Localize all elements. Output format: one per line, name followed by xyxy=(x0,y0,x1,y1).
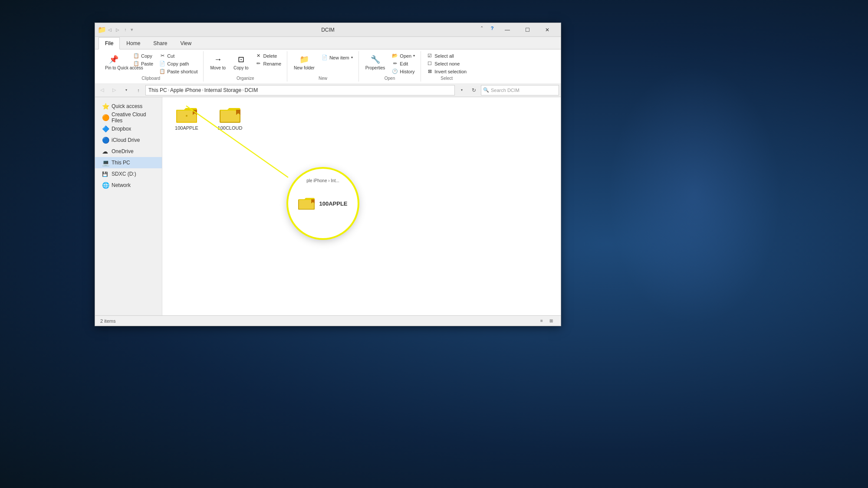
invert-selection-button[interactable]: ⊠ Invert selection xyxy=(424,68,469,75)
large-icons-view-button[interactable]: ⊞ xyxy=(547,317,556,325)
sidebar-item-onedrive[interactable]: ☁ OneDrive xyxy=(95,146,162,157)
history-button[interactable]: 🕐 History xyxy=(390,68,417,75)
properties-button[interactable]: 🔧 Properties xyxy=(362,52,388,72)
refresh-button[interactable]: ↻ xyxy=(469,85,479,95)
copy-to-button[interactable]: ⊡ Copy to xyxy=(230,52,251,72)
view-buttons: ≡ ⊞ xyxy=(537,317,556,325)
details-view-button[interactable]: ≡ xyxy=(537,317,546,325)
organize-group-label: Organize xyxy=(207,75,283,81)
qat-icon-back[interactable]: ◁ xyxy=(106,26,113,33)
tab-view[interactable]: View xyxy=(174,37,198,49)
crumb-internal-storage[interactable]: Internal Storage xyxy=(204,87,241,93)
back-button[interactable]: ◁ xyxy=(97,85,107,95)
new-item-button[interactable]: 📄 New item ▾ xyxy=(319,54,355,61)
creative-cloud-icon: 🟠 xyxy=(102,114,109,121)
crumb-dcim[interactable]: DCIM xyxy=(245,87,258,93)
quick-access-icon: ⭐ xyxy=(102,103,109,110)
folder-100cloud[interactable]: 100CLOUD xyxy=(213,104,247,133)
qat-icon-forward[interactable]: ▷ xyxy=(114,26,121,33)
maximize-btn[interactable]: ☐ xyxy=(517,23,537,37)
crumb-this-pc[interactable]: This PC xyxy=(148,87,167,93)
tab-share[interactable]: Share xyxy=(147,37,174,49)
select-none-button[interactable]: ☐ Select none xyxy=(424,60,469,67)
pin-label: Pin to Quick access xyxy=(105,66,122,71)
ribbon-group-select: ☑ Select all ☐ Select none ⊠ Invert sele… xyxy=(421,51,472,82)
explorer-window: 📁 ◁ ▷ ↑ ▾ DCIM ⌃ ? — ☐ ✕ File Home Share… xyxy=(95,23,561,326)
edit-icon: ✏ xyxy=(392,61,398,66)
ribbon-group-open: 🔧 Properties 📂 Open ▾ ✏ Edit 🕐 xyxy=(359,51,421,82)
sidebar-item-dropbox[interactable]: 🔷 Dropbox xyxy=(95,123,162,134)
move-icon: → xyxy=(212,53,224,66)
copy-path-icon: 📄 xyxy=(159,61,165,66)
move-to-button[interactable]: → Move to xyxy=(207,52,229,72)
qat-icon-up[interactable]: ↑ xyxy=(122,26,129,33)
minimize-btn[interactable]: — xyxy=(497,23,517,37)
address-dropdown-button[interactable]: ▾ xyxy=(457,85,467,95)
paste-shortcut-button[interactable]: 📋 Paste shortcut xyxy=(157,68,200,75)
invert-icon: ⊠ xyxy=(427,69,433,74)
folder-100apple-label: 100APPLE xyxy=(175,125,198,131)
qat-icon-folder[interactable]: 📁 xyxy=(99,26,105,33)
this-pc-icon: 💻 xyxy=(102,159,109,166)
delete-button[interactable]: ✕ Delete xyxy=(253,52,284,59)
svg-point-3 xyxy=(186,115,187,117)
sdxc-icon: 💾 xyxy=(102,171,109,177)
tab-file[interactable]: File xyxy=(99,37,120,49)
folder-100apple-icon xyxy=(176,106,197,124)
copy-path-button[interactable]: 📄 Copy path xyxy=(157,60,200,67)
sidebar-item-creative-cloud[interactable]: 🟠 Creative Cloud Files xyxy=(95,112,162,123)
up-button[interactable]: ↑ xyxy=(133,85,144,95)
status-bar: 2 items ≡ ⊞ xyxy=(95,315,561,326)
forward-button[interactable]: ▷ xyxy=(109,85,119,95)
sidebar-item-sdxc[interactable]: 💾 SDXC (D:) xyxy=(95,168,162,180)
select-all-button[interactable]: ☑ Select all xyxy=(424,52,469,59)
sidebar-item-icloud-drive[interactable]: 🔵 iCloud Drive xyxy=(95,134,162,146)
paste-shortcut-icon: 📋 xyxy=(159,69,165,74)
sidebar-label-creative-cloud: Creative Cloud Files xyxy=(112,111,158,124)
new-item-icon: 📄 xyxy=(322,55,328,60)
paste-button[interactable]: 📋 Paste xyxy=(131,60,155,67)
sidebar-item-quick-access[interactable]: ⭐ Quick access xyxy=(95,101,162,112)
search-box[interactable]: 🔍 Search DCIM xyxy=(481,85,559,95)
help-btn[interactable]: ? xyxy=(487,23,497,33)
copy-button[interactable]: 📋 Copy xyxy=(131,52,155,59)
close-btn[interactable]: ✕ xyxy=(537,23,557,37)
new-folder-icon: 📁 xyxy=(298,53,310,66)
open-group-label: Open xyxy=(362,75,418,81)
onedrive-icon: ☁ xyxy=(102,148,109,155)
ribbon-group-clipboard: 📌 Pin to Quick access 📋 Copy 📋 Paste xyxy=(99,51,204,82)
sidebar-label-sdxc: SDXC (D:) xyxy=(112,171,136,177)
history-icon: 🕐 xyxy=(392,69,398,74)
window-controls: ⌃ ? — ☐ ✕ xyxy=(477,23,557,37)
open-icon: 📂 xyxy=(392,53,398,59)
address-path[interactable]: This PC › Apple iPhone › Internal Storag… xyxy=(145,85,455,95)
title-bar: 📁 ◁ ▷ ↑ ▾ DCIM ⌃ ? — ☐ ✕ xyxy=(95,23,561,37)
ribbon-tabs: File Home Share View xyxy=(95,37,561,49)
zoom-overlay: ple iPhone › Int... 100APPLE xyxy=(288,169,358,238)
pin-to-quick-access-button[interactable]: 📌 Pin to Quick access xyxy=(102,52,125,72)
ribbon-collapse-btn[interactable]: ⌃ xyxy=(477,23,487,33)
icloud-icon: 🔵 xyxy=(102,137,109,144)
select-group-label: Select xyxy=(424,75,469,81)
sidebar-label-this-pc: This PC xyxy=(112,160,130,166)
select-all-icon: ☑ xyxy=(427,53,433,59)
folder-100cloud-label: 100CLOUD xyxy=(218,125,243,131)
sidebar-item-this-pc[interactable]: 💻 This PC xyxy=(95,157,162,168)
edit-button[interactable]: ✏ Edit xyxy=(390,60,417,67)
folder-100apple[interactable]: 100APPLE xyxy=(169,104,204,133)
open-button[interactable]: 📂 Open ▾ xyxy=(390,52,417,59)
crumb-apple-iphone[interactable]: Apple iPhone xyxy=(170,87,201,93)
rename-button[interactable]: ✏ Rename xyxy=(253,60,284,67)
tab-home[interactable]: Home xyxy=(120,37,147,49)
pin-icon: 📌 xyxy=(108,53,120,66)
sidebar: ⭐ Quick access 🟠 Creative Cloud Files 🔷 … xyxy=(95,97,162,315)
new-folder-button[interactable]: 📁 New folder xyxy=(291,52,318,72)
sidebar-label-network: Network xyxy=(112,182,131,188)
zoom-folder-icon xyxy=(298,197,315,210)
zoom-folder-label: 100APPLE xyxy=(319,200,347,207)
ribbon-group-new: 📁 New folder 📄 New item ▾ New xyxy=(287,51,359,82)
recent-locations-button[interactable]: ▾ xyxy=(121,85,132,95)
title-bar-icons: 📁 ◁ ▷ ↑ ▾ xyxy=(99,26,134,33)
sidebar-item-network[interactable]: 🌐 Network xyxy=(95,180,162,191)
cut-button[interactable]: ✂ Cut xyxy=(157,52,200,59)
